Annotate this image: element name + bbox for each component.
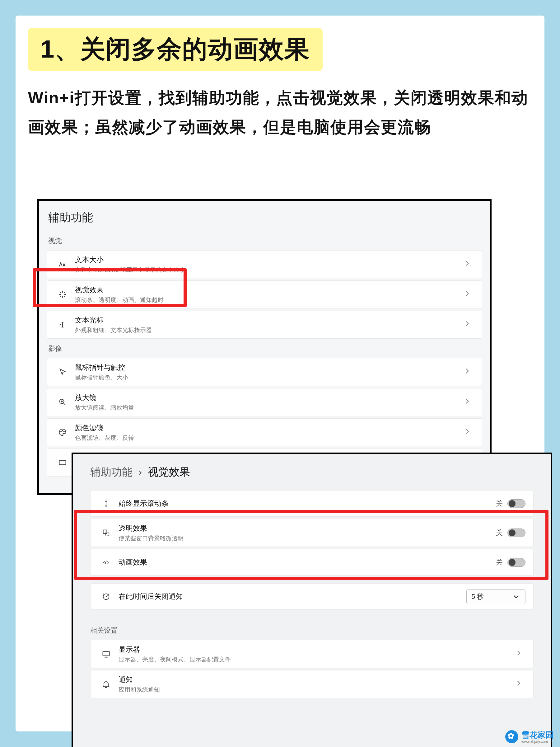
breadcrumb: 辅助功能 › 视觉效果 bbox=[73, 460, 551, 490]
row-title: 文本大小 bbox=[75, 255, 460, 264]
pointer-icon bbox=[55, 367, 70, 376]
row-sub: 放大镜阅读、缩放增量 bbox=[75, 404, 460, 412]
notification-timeout-row[interactable]: 在此时间后关闭通知 5 秒 bbox=[90, 583, 534, 610]
section-vision-label: 视觉 bbox=[39, 233, 490, 250]
cursor-text-icon bbox=[55, 320, 70, 329]
caption-icon bbox=[55, 458, 70, 467]
text-size-icon bbox=[55, 260, 70, 268]
row-title: 鼠标指针与触控 bbox=[75, 363, 460, 372]
timeout-select[interactable]: 5 秒 bbox=[466, 589, 526, 604]
svg-rect-4 bbox=[59, 460, 66, 465]
palette-icon bbox=[55, 428, 70, 437]
bell-icon bbox=[98, 680, 114, 689]
visual-effects-panel: 辅助功能 › 视觉效果 始终显示滚动条 关 透明效果 使某些窗口背景略微透明 bbox=[72, 453, 552, 747]
highlight-box-toggles bbox=[74, 510, 549, 580]
row-title: 放大镜 bbox=[75, 393, 460, 403]
svg-point-2 bbox=[62, 430, 63, 431]
scrollbar-icon bbox=[98, 499, 114, 508]
watermark-url: www.xhjaty.com bbox=[522, 740, 554, 744]
mouse-pointer-row[interactable]: 鼠标指针与触控 鼠标指针颜色、大小 bbox=[47, 358, 482, 386]
breadcrumb-current: 视觉效果 bbox=[148, 466, 190, 478]
step-title: 1、关闭多余的动画效果 bbox=[28, 28, 323, 71]
svg-point-3 bbox=[64, 431, 64, 432]
notifications-settings-row[interactable]: 通知 应用和系统通知 bbox=[90, 670, 534, 698]
highlight-box-visual-effects bbox=[33, 268, 187, 307]
row-title: 显示器 bbox=[118, 645, 512, 654]
monitor-icon bbox=[98, 650, 114, 658]
row-title: 在此时间后关闭通知 bbox=[118, 592, 466, 601]
breadcrumb-separator: › bbox=[138, 466, 142, 478]
row-title: 始终显示滚动条 bbox=[118, 499, 496, 508]
chevron-right-icon bbox=[460, 289, 474, 300]
chevron-right-icon bbox=[460, 427, 474, 438]
row-sub: 鼠标指针颜色、大小 bbox=[75, 374, 460, 382]
row-title: 通知 bbox=[118, 675, 512, 685]
section-image-label: 影像 bbox=[39, 341, 490, 358]
panel-title: 辅助功能 bbox=[39, 207, 490, 233]
accessibility-panel: 辅助功能 视觉 文本大小 在整个 Windows 和应用中显示的文本大小 视觉效… bbox=[37, 199, 491, 495]
chevron-right-icon bbox=[512, 679, 526, 690]
breadcrumb-root[interactable]: 辅助功能 bbox=[90, 466, 133, 478]
magnifier-icon bbox=[55, 398, 70, 407]
svg-rect-10 bbox=[103, 651, 109, 656]
watermark: 雪花家园 www.xhjaty.com bbox=[505, 729, 554, 744]
chevron-right-icon bbox=[460, 319, 474, 330]
display-settings-row[interactable]: 显示器 显示器、亮度、夜间模式、显示器配置文件 bbox=[90, 640, 534, 668]
toggle-state-label: 关 bbox=[496, 499, 503, 508]
watermark-name: 雪花家园 bbox=[522, 730, 554, 740]
magnifier-row[interactable]: 放大镜 放大镜阅读、缩放增量 bbox=[47, 388, 482, 416]
row-sub: 应用和系统通知 bbox=[118, 686, 512, 694]
select-value: 5 秒 bbox=[471, 592, 484, 601]
chevron-right-icon bbox=[460, 259, 474, 270]
row-sub: 色盲滤镜、灰度、反转 bbox=[75, 434, 460, 442]
color-filter-row[interactable]: 颜色滤镜 色盲滤镜、灰度、反转 bbox=[47, 418, 482, 446]
timer-icon bbox=[98, 592, 114, 601]
row-title: 文本光标 bbox=[75, 315, 460, 325]
related-settings-label: 相关设置 bbox=[73, 612, 551, 640]
instruction-text: Win+i打开设置，找到辅助功能，点击视觉效果，关闭透明效果和动画效果；虽然减少… bbox=[28, 83, 532, 141]
chevron-right-icon bbox=[460, 397, 474, 408]
text-cursor-row[interactable]: 文本光标 外观和粗细、文本光标指示器 bbox=[47, 311, 482, 339]
chevron-down-icon bbox=[512, 592, 521, 601]
row-sub: 显示器、亮度、夜间模式、显示器配置文件 bbox=[118, 655, 512, 664]
watermark-icon bbox=[505, 730, 518, 743]
chevron-right-icon bbox=[512, 649, 526, 660]
scrollbar-toggle[interactable] bbox=[507, 499, 526, 508]
row-sub: 外观和粗细、文本光标指示器 bbox=[75, 326, 460, 334]
row-title: 颜色滤镜 bbox=[75, 423, 460, 433]
svg-point-1 bbox=[61, 431, 61, 432]
chevron-right-icon bbox=[460, 367, 474, 378]
